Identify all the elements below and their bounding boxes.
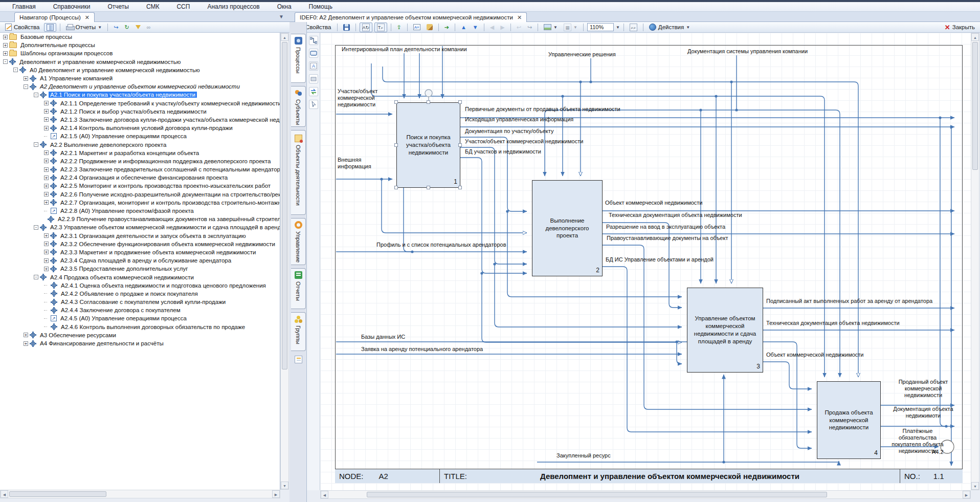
redo-button[interactable]: ↪ xyxy=(525,24,534,31)
zoom-dropdown-icon[interactable]: ▼ xyxy=(616,25,620,30)
properties-button[interactable]: Свойства xyxy=(3,23,42,31)
menu-item[interactable]: Справочники xyxy=(51,3,93,11)
tree-item[interactable]: +A2.3.1 Организация деятельности и запус… xyxy=(0,232,280,240)
tree-item[interactable]: +A2.2.1 Маркетинг и разработка концепции… xyxy=(0,149,280,157)
menu-item[interactable]: Анализ процессов xyxy=(205,3,261,11)
scroll-up-icon[interactable]: ▲ xyxy=(971,33,979,41)
tree-expander[interactable]: + xyxy=(24,76,28,81)
format-brush-button[interactable] xyxy=(425,24,435,31)
scroll-right-icon[interactable]: ▶ xyxy=(272,490,280,498)
tree-horizontal-scrollbar[interactable]: ◀ ▶ xyxy=(0,490,280,498)
selection-handle[interactable] xyxy=(458,100,462,104)
tree-vertical-scrollbar[interactable]: ▲ ▼ xyxy=(280,33,289,490)
pan-tool-button[interactable] xyxy=(309,100,318,109)
tree-item[interactable]: +A2.3.5 Предоставление дополнительных ус… xyxy=(0,265,280,273)
menu-item[interactable]: Окна xyxy=(275,3,294,11)
dock-tab-2[interactable]: Субъекты xyxy=(291,86,306,127)
layout-toggle-button[interactable] xyxy=(44,23,56,32)
text-block-button[interactable]: A≡ xyxy=(411,24,422,31)
tree-item[interactable]: +A2.2.5 Мониторинг и контроль производст… xyxy=(0,182,280,190)
tree-expander[interactable]: + xyxy=(44,184,49,188)
tree-expander[interactable]: + xyxy=(44,109,49,114)
image-dropdown-button[interactable]: ▼ xyxy=(542,24,560,31)
close-diagram-button[interactable]: ✕Закрыть xyxy=(945,24,975,31)
tab-idef0-diagram[interactable]: IDEF0: A2 Девелопмент и управление объек… xyxy=(295,12,527,22)
box-tool-button[interactable] xyxy=(309,49,318,58)
tree-item[interactable]: +A3 Обеспечение ресурсами xyxy=(0,331,280,339)
diagram-canvas[interactable]: Поиск и покупка участка/объекта недвижим… xyxy=(320,33,971,490)
zoom-level-input[interactable]: 110% xyxy=(587,23,614,31)
tree-item[interactable]: A2.4.2 Объявление о продаже и поиск поку… xyxy=(0,290,280,298)
tab-navigator[interactable]: Навигатор (Процессы) ✕ xyxy=(14,12,95,22)
dock-tab-1[interactable]: Процессы xyxy=(291,34,306,83)
scrollbar-thumb[interactable] xyxy=(9,491,106,497)
activity-box-2[interactable]: Выполнение девелоперского проекта 2 xyxy=(532,180,603,276)
tree-expander[interactable]: + xyxy=(44,250,49,254)
dock-tab-6[interactable]: Группы xyxy=(291,312,306,351)
tree-item[interactable]: ↗A2.4.5 (A0) Управление операциями проце… xyxy=(0,314,280,322)
tree-expander[interactable]: + xyxy=(3,35,8,39)
prev-button[interactable]: ◀ xyxy=(488,24,496,31)
scroll-down-icon[interactable]: ▼ xyxy=(281,482,288,489)
swap-tool-button[interactable] xyxy=(309,87,318,96)
tree-item[interactable]: -A2 Девелопмент и управление объектом ко… xyxy=(0,82,280,91)
tree-expander[interactable]: - xyxy=(24,84,28,89)
tree-expander[interactable]: + xyxy=(44,192,49,197)
activity-box-1[interactable]: Поиск и покупка участка/объекта недвижим… xyxy=(396,102,460,188)
tree-expander[interactable]: + xyxy=(44,167,49,172)
tree-expander[interactable]: + xyxy=(44,200,49,205)
tree-expander[interactable]: - xyxy=(13,68,18,72)
close-icon[interactable]: ✕ xyxy=(517,14,522,21)
diagram-horizontal-scrollbar[interactable]: ◀ ▶ xyxy=(320,490,971,499)
text-tool-button[interactable]: A xyxy=(309,61,318,71)
tree-item[interactable]: A2.4.1 Оценка объекта недвижимости и под… xyxy=(0,281,280,290)
grid-dropdown-button[interactable]: ▦▼ xyxy=(562,23,580,32)
tree-item[interactable]: +A2.2.7 Организация, мониторинг и контро… xyxy=(0,199,280,207)
tree-item[interactable]: -A2.2 Выполнение девелоперского проекта xyxy=(0,140,280,148)
tree-expander[interactable]: - xyxy=(3,59,8,64)
tree-item[interactable]: -A0 Девелопмент и управление коммерческо… xyxy=(0,66,280,74)
tree-item[interactable]: +A4 Финансирование деятельности и расчёт… xyxy=(0,339,280,347)
tree-expander[interactable]: + xyxy=(3,51,8,56)
tree-expander[interactable]: + xyxy=(44,267,49,271)
scroll-left-icon[interactable]: ◀ xyxy=(1,490,8,498)
scroll-right-icon[interactable]: ▶ xyxy=(963,491,970,498)
tree-item[interactable]: -A2.3 Управление объектом коммерческой н… xyxy=(0,223,280,231)
tree-item[interactable]: ↗A2.1.5 (A0) Управление операциями проце… xyxy=(0,132,280,140)
menu-item[interactable]: ССП xyxy=(174,3,192,11)
menu-item[interactable]: Главная xyxy=(10,3,38,11)
selection-handle[interactable] xyxy=(394,186,398,189)
tree-item[interactable]: +Шаблоны организации процессов xyxy=(0,49,280,57)
new-document-icon[interactable] xyxy=(295,356,302,363)
menu-item[interactable]: Отчеты xyxy=(105,3,130,11)
tree-item[interactable]: +A2.1.2 Поиск и выбор участка/объекта не… xyxy=(0,107,280,116)
tree-expander[interactable]: - xyxy=(34,142,38,147)
frame-tool-button[interactable] xyxy=(309,74,318,83)
tree-item[interactable]: +A2.2.3 Заключение предварительных согла… xyxy=(0,165,280,173)
move-down-button[interactable]: ▼ xyxy=(471,24,480,31)
save-button[interactable] xyxy=(341,24,352,31)
tree-expander[interactable]: + xyxy=(44,242,49,246)
tree-expander[interactable]: + xyxy=(44,159,49,163)
tree-item[interactable]: +A2.3.3 Маркетинг и продвижение объекта … xyxy=(0,248,280,256)
export-button[interactable]: ➔ xyxy=(442,24,451,31)
activity-box-4[interactable]: Продажа объекта коммерческой недвижимост… xyxy=(817,381,881,459)
filter-button[interactable] xyxy=(133,25,143,30)
tree-expander[interactable]: - xyxy=(34,93,38,97)
dock-tab-5[interactable]: Отчеты xyxy=(291,268,306,309)
tree-item[interactable]: A2.4.3 Согласование с покупателем услови… xyxy=(0,298,280,306)
refresh-button[interactable]: ↻ xyxy=(122,24,131,31)
chevron-down-icon[interactable]: ▼ xyxy=(279,14,284,19)
tree-item[interactable]: A2.4.4 Заключение договора с покупателем xyxy=(0,306,280,314)
tree-item[interactable]: +A2.3.4 Сдача площадей в аренду и обслуж… xyxy=(0,256,280,265)
find-button[interactable]: ⌕⌕ xyxy=(628,23,639,32)
tree-expander[interactable]: + xyxy=(24,333,28,337)
selection-handle[interactable] xyxy=(394,143,398,147)
scrollbar-thumb[interactable] xyxy=(367,492,827,497)
tree-item[interactable]: +A2.2.2 Продвижение и информационная под… xyxy=(0,157,280,165)
tree-expander[interactable]: + xyxy=(44,258,49,263)
next-button[interactable]: ▶ xyxy=(498,24,506,31)
scroll-down-icon[interactable]: ▼ xyxy=(971,482,979,490)
tree-item[interactable]: ↗A2.2.8 (A0) Управление проектом/фазой п… xyxy=(0,207,280,215)
actions-dropdown-button[interactable]: Действия▼ xyxy=(647,23,692,31)
